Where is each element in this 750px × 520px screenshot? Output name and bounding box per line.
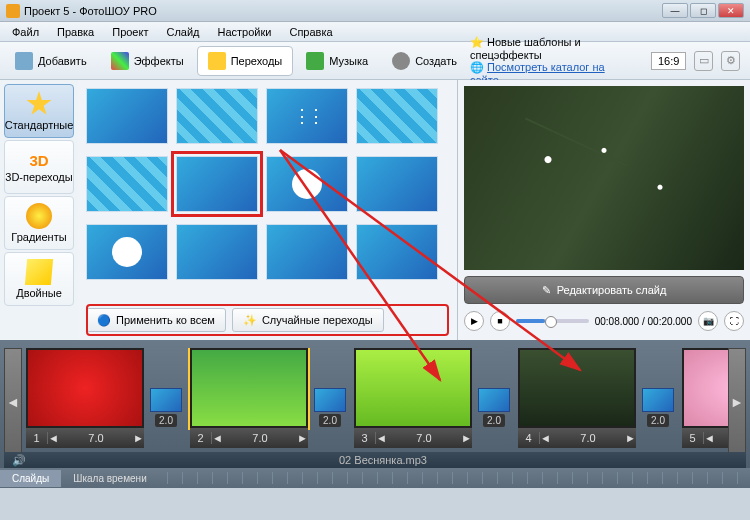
- slide-thumb[interactable]: 1◄7.0►: [26, 348, 144, 448]
- timeline: ◄ 1◄7.0►2.02◄7.0►2.03◄7.0►2.04◄7.0►2.05◄…: [0, 340, 750, 488]
- timeline-next[interactable]: ►: [728, 348, 746, 456]
- transition-slot[interactable]: 2.0: [148, 348, 184, 427]
- disc-icon: [392, 52, 410, 70]
- transition-thumb[interactable]: [86, 88, 168, 144]
- slide-thumb[interactable]: 3◄7.0►: [354, 348, 472, 448]
- menu-edit[interactable]: Правка: [49, 24, 102, 40]
- transition-thumb[interactable]: [356, 156, 438, 212]
- random-transitions-button[interactable]: ✨Случайные переходы: [232, 308, 384, 332]
- music-note-icon: [306, 52, 324, 70]
- slide-thumb[interactable]: 2◄7.0►: [190, 348, 308, 448]
- transitions-grid: [86, 88, 457, 304]
- 3d-icon: 3D: [29, 152, 48, 169]
- transition-thumb[interactable]: [266, 224, 348, 280]
- apply-all-button[interactable]: 🔵Применить ко всем: [86, 308, 226, 332]
- titlebar: Проект 5 - ФотоШОУ PRO — ◻ ✕: [0, 0, 750, 22]
- audio-track[interactable]: 🔊02 Веснянка.mp3: [4, 452, 746, 468]
- snapshot-button[interactable]: 📷: [698, 311, 718, 331]
- play-button[interactable]: ▶: [464, 311, 484, 331]
- speaker-icon: 🔊: [12, 454, 28, 467]
- bottom-tab-timescale[interactable]: Шкала времени: [61, 470, 158, 487]
- star-icon: [208, 52, 226, 70]
- transition-slot[interactable]: 2.0: [476, 348, 512, 427]
- aspect-ratio[interactable]: 16:9: [651, 52, 686, 70]
- transition-thumb[interactable]: [356, 88, 438, 144]
- transition-slot[interactable]: 2.0: [640, 348, 676, 427]
- double-icon: [25, 259, 53, 285]
- preview-panel: ✎Редактировать слайд ▶ ■ 00:08.000 / 00:…: [458, 80, 750, 340]
- bottom-tab-slides[interactable]: Слайды: [0, 470, 61, 487]
- tab-add[interactable]: Добавить: [4, 46, 98, 76]
- transition-thumb[interactable]: [86, 156, 168, 212]
- wand-icon: ✨: [243, 314, 257, 327]
- category-gradients[interactable]: Градиенты: [4, 196, 74, 250]
- menu-settings[interactable]: Настройки: [210, 24, 280, 40]
- tab-music-label: Музыка: [329, 55, 368, 67]
- pencil-icon: ✎: [542, 284, 551, 297]
- transition-thumb[interactable]: [266, 88, 348, 144]
- transition-thumb[interactable]: [266, 156, 348, 212]
- menu-help[interactable]: Справка: [281, 24, 340, 40]
- window-title: Проект 5 - ФотоШОУ PRO: [24, 5, 157, 17]
- tab-effects[interactable]: Эффекты: [100, 46, 195, 76]
- menu-slide[interactable]: Слайд: [158, 24, 207, 40]
- preview-viewport: [464, 86, 744, 270]
- transition-thumb[interactable]: [356, 224, 438, 280]
- tab-add-label: Добавить: [38, 55, 87, 67]
- tab-create-label: Создать: [415, 55, 457, 67]
- tab-transitions-label: Переходы: [231, 55, 283, 67]
- info-line: ⭐ Новые шаблоны и спецэффекты: [470, 36, 643, 61]
- transition-thumb[interactable]: [176, 88, 258, 144]
- palette-icon: [111, 52, 129, 70]
- view-mode-button[interactable]: ▭: [694, 51, 713, 71]
- category-sidebar: Стандартные 3D3D-переходы Градиенты Двой…: [0, 80, 78, 340]
- edit-slide-button[interactable]: ✎Редактировать слайд: [464, 276, 744, 304]
- app-icon: [6, 4, 20, 18]
- timeline-prev[interactable]: ◄: [4, 348, 22, 456]
- timeline-slides: 1◄7.0►2.02◄7.0►2.03◄7.0►2.04◄7.0►2.05◄7.…: [22, 348, 728, 448]
- category-3d[interactable]: 3D3D-переходы: [4, 140, 74, 194]
- menu-file[interactable]: Файл: [4, 24, 47, 40]
- minimize-button[interactable]: —: [662, 3, 688, 18]
- slide-thumb[interactable]: 5◄7.0►: [682, 348, 728, 448]
- maximize-button[interactable]: ◻: [690, 3, 716, 18]
- slide-thumb[interactable]: 4◄7.0►: [518, 348, 636, 448]
- ruler: [167, 472, 742, 484]
- transition-slot[interactable]: 2.0: [312, 348, 348, 427]
- globe-icon: 🔵: [97, 314, 111, 327]
- transition-thumb[interactable]: [176, 224, 258, 280]
- progress-slider[interactable]: [516, 319, 589, 323]
- transition-thumb-selected[interactable]: [176, 156, 258, 212]
- transition-thumb[interactable]: [86, 224, 168, 280]
- star-icon: [26, 91, 52, 117]
- time-display: 00:08.000 / 00:20.000: [595, 316, 692, 327]
- tab-create[interactable]: Создать: [381, 46, 468, 76]
- transitions-panel: Стандартные 3D3D-переходы Градиенты Двой…: [0, 80, 458, 340]
- gradient-icon: [26, 203, 52, 229]
- menu-project[interactable]: Проект: [104, 24, 156, 40]
- camera-icon: [15, 52, 33, 70]
- close-button[interactable]: ✕: [718, 3, 744, 18]
- tab-music[interactable]: Музыка: [295, 46, 379, 76]
- category-standard[interactable]: Стандартные: [4, 84, 74, 138]
- settings-button[interactable]: ⚙: [721, 51, 740, 71]
- category-double[interactable]: Двойные: [4, 252, 74, 306]
- main-toolbar: Добавить Эффекты Переходы Музыка Создать…: [0, 42, 750, 80]
- tab-transitions[interactable]: Переходы: [197, 46, 294, 76]
- fullscreen-button[interactable]: ⛶: [724, 311, 744, 331]
- tab-effects-label: Эффекты: [134, 55, 184, 67]
- stop-button[interactable]: ■: [490, 311, 510, 331]
